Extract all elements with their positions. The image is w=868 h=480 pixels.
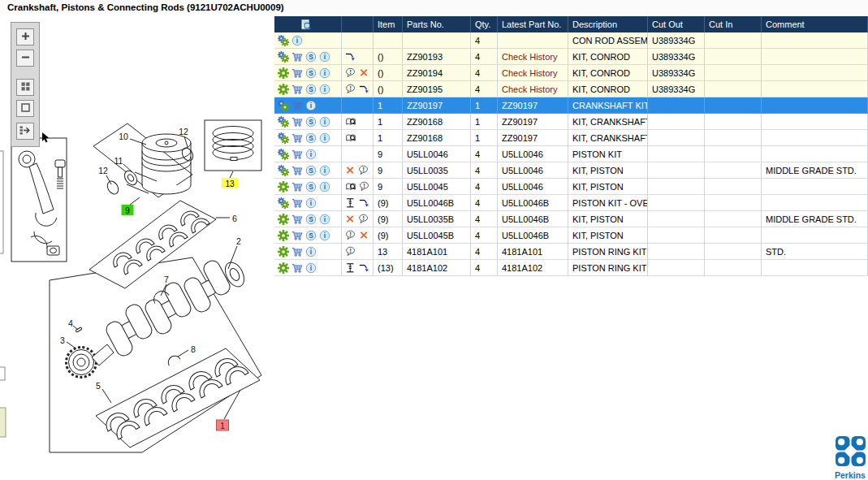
column-header-latest[interactable]: Latest Part No. bbox=[498, 16, 568, 32]
cart-icon[interactable] bbox=[291, 84, 303, 95]
info-icon[interactable]: i bbox=[305, 149, 317, 160]
red-x-icon[interactable] bbox=[345, 214, 356, 224]
column-header-actions[interactable] bbox=[274, 16, 342, 32]
callout-12[interactable]: 12 bbox=[179, 127, 188, 136]
table-row[interactable]: i(13)4181A10244181A102PISTON RING KIT bbox=[274, 260, 868, 276]
info-icon[interactable]: i bbox=[319, 230, 330, 241]
info-icon[interactable]: i bbox=[319, 165, 330, 176]
callout-4[interactable]: 4 bbox=[68, 318, 73, 328]
column-header-cut_in[interactable]: Cut In bbox=[705, 16, 762, 32]
single-view-button[interactable] bbox=[16, 100, 34, 117]
s-badge-icon[interactable]: S bbox=[305, 214, 317, 225]
book-search-icon[interactable] bbox=[345, 132, 356, 144]
column-header-qty[interactable]: Qty. bbox=[471, 16, 498, 32]
column-header-description[interactable]: Description bbox=[568, 16, 648, 32]
gear-icon[interactable] bbox=[278, 84, 289, 95]
split-arrow-icon[interactable] bbox=[359, 262, 370, 274]
zoom-in-button[interactable] bbox=[16, 28, 34, 45]
s-badge-icon[interactable]: S bbox=[305, 230, 317, 241]
gears-icon[interactable] bbox=[278, 51, 289, 63]
table-row[interactable]: Si!()ZZ901954Check HistoryKIT, CONRODU38… bbox=[274, 81, 868, 97]
table-row[interactable]: Si!(9)U5LL0035B4U5LL0046BKIT, PISTONMIDD… bbox=[274, 211, 868, 227]
cart-icon[interactable] bbox=[291, 230, 303, 241]
s-badge-icon[interactable]: S bbox=[305, 51, 317, 63]
s-badge-icon[interactable]: S bbox=[305, 165, 317, 176]
note-balloon-icon[interactable]: ! bbox=[358, 165, 369, 176]
info-icon[interactable]: i bbox=[319, 51, 330, 63]
info-icon[interactable]: i bbox=[319, 214, 330, 225]
info-icon[interactable]: i bbox=[319, 181, 330, 192]
cart-icon[interactable] bbox=[291, 149, 303, 160]
info-icon[interactable]: i bbox=[319, 132, 330, 144]
column-header-cut_out[interactable]: Cut Out bbox=[648, 16, 705, 32]
book-search-icon[interactable] bbox=[345, 116, 356, 128]
callout-7[interactable]: 7 bbox=[164, 275, 169, 284]
gear-icon[interactable] bbox=[278, 181, 289, 192]
zoom-out-button[interactable] bbox=[16, 50, 34, 67]
s-badge-icon[interactable]: S bbox=[305, 116, 317, 128]
note-balloon-icon[interactable]: ! bbox=[359, 181, 370, 192]
press-fit-icon[interactable] bbox=[345, 197, 356, 209]
red-x-icon[interactable] bbox=[359, 67, 369, 78]
table-row[interactable]: Si!()ZZ901944Check HistoryKIT, CONRODU38… bbox=[274, 65, 868, 81]
panel-toggle-button[interactable] bbox=[16, 123, 34, 140]
press-fit-icon[interactable] bbox=[345, 262, 356, 274]
s-badge-icon[interactable]: S bbox=[305, 67, 317, 79]
callout-1[interactable]: 1 bbox=[217, 420, 229, 430]
table-row[interactable]: i1ZZ901971ZZ90197CRANKSHAFT KIT bbox=[274, 97, 868, 114]
cart-icon[interactable] bbox=[291, 262, 303, 274]
red-x-icon[interactable] bbox=[345, 165, 356, 175]
gear-icon[interactable] bbox=[278, 262, 289, 274]
book-search-icon[interactable] bbox=[345, 181, 356, 192]
info-icon[interactable]: i bbox=[291, 35, 303, 46]
gears-icon[interactable] bbox=[278, 100, 289, 111]
info-icon[interactable]: i bbox=[319, 67, 330, 79]
cart-icon[interactable] bbox=[291, 165, 303, 176]
table-row[interactable]: Si()ZZ901934Check HistoryKIT, CONRODU389… bbox=[274, 49, 868, 65]
note-balloon-icon[interactable]: ! bbox=[345, 230, 356, 241]
cart-icon[interactable] bbox=[291, 181, 303, 192]
split-arrow-icon[interactable] bbox=[359, 84, 370, 95]
cart-icon[interactable] bbox=[291, 214, 303, 225]
cart-icon[interactable] bbox=[291, 116, 303, 128]
callout-11[interactable]: 11 bbox=[114, 156, 123, 166]
column-header-parts_no[interactable]: Parts No. bbox=[403, 16, 471, 32]
column-header-item[interactable]: Item bbox=[374, 16, 403, 32]
table-row[interactable]: Si!(9)U5LL0045B4U5LL0046BKIT, PISTON bbox=[274, 227, 868, 244]
column-header-comment[interactable]: Comment bbox=[762, 16, 868, 32]
info-icon[interactable]: i bbox=[305, 262, 317, 274]
s-badge-icon[interactable]: S bbox=[305, 132, 317, 144]
gear-icon[interactable] bbox=[278, 67, 289, 79]
callout-8[interactable]: 8 bbox=[191, 344, 196, 354]
table-row[interactable]: i4CON ROD ASSEMBLYU389334G bbox=[274, 32, 868, 49]
info-icon[interactable]: i bbox=[305, 197, 317, 209]
callout-5[interactable]: 5 bbox=[96, 381, 101, 391]
s-badge-icon[interactable]: S bbox=[305, 181, 317, 192]
split-arrow-icon[interactable] bbox=[359, 197, 370, 209]
gear-icon[interactable] bbox=[278, 214, 289, 225]
note-balloon-icon[interactable]: ! bbox=[345, 246, 356, 257]
note-balloon-icon[interactable]: ! bbox=[358, 214, 369, 225]
table-row[interactable]: Si1ZZ901681ZZ90197KIT, CRANKSHAFT bbox=[274, 130, 868, 146]
table-row[interactable]: Si!9U5LL00454U5LL0046KIT, PISTON bbox=[274, 179, 868, 195]
table-row[interactable]: i(9)U5LL0046B4U5LL0046BPISTON KIT - OVER… bbox=[274, 195, 868, 211]
callout-3[interactable]: 3 bbox=[60, 335, 65, 345]
cart-icon[interactable] bbox=[291, 246, 303, 257]
table-row[interactable]: i9U5LL00464U5LL0046PISTON KIT bbox=[274, 146, 868, 162]
gears-icon[interactable] bbox=[278, 165, 289, 176]
gears-icon[interactable] bbox=[278, 149, 289, 160]
cart-icon[interactable] bbox=[291, 100, 303, 111]
info-icon[interactable]: i bbox=[319, 116, 330, 128]
info-icon[interactable]: i bbox=[305, 100, 317, 111]
cart-icon[interactable] bbox=[291, 132, 303, 144]
table-row[interactable]: Si!9U5LL00354U5LL0046KIT, PISTONMIDDLE G… bbox=[274, 162, 868, 179]
gear-icon[interactable] bbox=[278, 246, 289, 257]
table-row[interactable]: Si1ZZ901681ZZ90197KIT, CRANKSHAFT bbox=[274, 114, 868, 130]
gears-icon[interactable] bbox=[278, 35, 289, 46]
gears-icon[interactable] bbox=[278, 132, 289, 144]
gears-icon[interactable] bbox=[278, 116, 289, 128]
s-badge-icon[interactable]: S bbox=[305, 84, 317, 95]
cart-icon[interactable] bbox=[291, 67, 303, 79]
callout-12[interactable]: 12 bbox=[98, 166, 108, 175]
info-icon[interactable]: i bbox=[319, 84, 330, 95]
